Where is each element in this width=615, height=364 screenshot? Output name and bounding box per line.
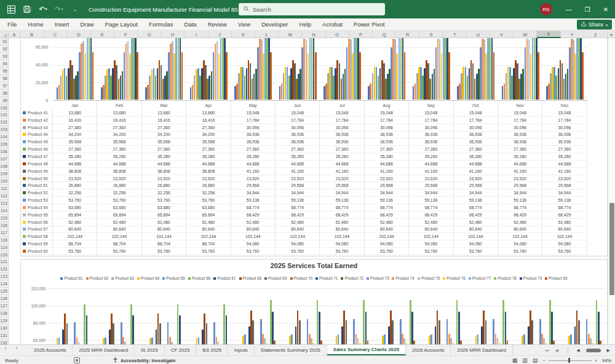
column-header-H[interactable]: H <box>161 31 184 38</box>
restore-button[interactable]: ❐ <box>578 0 597 18</box>
row-header-93[interactable]: 93 <box>0 53 9 60</box>
row-header-132[interactable]: 132 <box>0 339 9 344</box>
tab-options-icon[interactable]: ⋮ <box>565 348 570 354</box>
column-header-M[interactable]: M <box>279 31 302 38</box>
column-header-Z[interactable]: Z <box>584 31 608 38</box>
close-button[interactable]: ✕ <box>597 0 615 18</box>
column-header-P[interactable]: P <box>349 31 373 38</box>
column-header-K[interactable]: K <box>232 31 255 38</box>
row-header-114[interactable]: 114 <box>0 207 9 215</box>
column-header-D[interactable]: D <box>67 31 90 38</box>
column-header-V[interactable]: V <box>490 31 514 38</box>
row-header-97[interactable]: 97 <box>0 82 9 90</box>
row-header-94[interactable]: 94 <box>0 60 9 68</box>
row-header-131[interactable]: 131 <box>0 332 9 339</box>
column-header-E[interactable]: E <box>91 31 114 38</box>
row-header-120[interactable]: 120 <box>0 251 9 259</box>
chart-services-earned-products-41-60[interactable]: 020,00040,00060,000 JanFebMarAprMayJunJu… <box>20 38 608 256</box>
row-header-96[interactable]: 96 <box>0 75 9 82</box>
row-header-109[interactable]: 109 <box>0 170 9 178</box>
row-header-100[interactable]: 100 <box>0 105 9 112</box>
ribbon-tab-help[interactable]: Help <box>294 18 317 31</box>
row-header-104[interactable]: 104 <box>0 133 9 141</box>
row-header-91[interactable]: 91 <box>0 38 9 46</box>
row-header-128[interactable]: 128 <box>0 310 9 317</box>
column-header-W[interactable]: W <box>514 31 537 38</box>
account-avatar[interactable]: RS <box>540 3 552 15</box>
sheet-tab-is-2025[interactable]: IS 2025 <box>135 345 165 355</box>
sheet-tab-cf-2025[interactable]: CF 2025 <box>165 345 197 355</box>
customize-qat-icon[interactable]: ⌄ <box>70 4 80 14</box>
undo-icon[interactable]: ↶▾ <box>38 4 48 14</box>
column-header-O[interactable]: O <box>326 31 349 38</box>
chart-2025-services-total-earned[interactable]: 2025 Services Total Earned Product 61Pro… <box>20 259 608 344</box>
column-header-T[interactable]: T <box>443 31 467 38</box>
row-header-95[interactable]: 95 <box>0 68 9 75</box>
sheet-tab-sales-summary-charts-2025[interactable]: Sales Summary Charts 2025 <box>327 345 406 355</box>
column-header-J[interactable]: J <box>208 31 232 38</box>
row-header-117[interactable]: 117 <box>0 229 9 237</box>
row-header-130[interactable]: 130 <box>0 325 9 332</box>
sheet-tab-2025-mrr-dashboard[interactable]: 2025 MRR Dashboard <box>73 345 135 355</box>
zoom-in-icon[interactable]: + <box>595 358 597 363</box>
row-header-127[interactable]: 127 <box>0 303 9 310</box>
save-icon[interactable] <box>22 4 32 14</box>
row-header-107[interactable]: 107 <box>0 156 9 163</box>
hscroll-right-icon[interactable]: ▶ <box>607 348 610 353</box>
ribbon-tab-review[interactable]: Review <box>202 18 232 31</box>
column-header-X[interactable]: X <box>537 31 560 38</box>
row-header-124[interactable]: 124 <box>0 280 9 288</box>
column-header-N[interactable]: N <box>302 31 325 38</box>
ribbon-tab-home[interactable]: Home <box>22 18 49 31</box>
ribbon-tab-file[interactable]: File <box>2 18 22 31</box>
column-header-C[interactable]: C <box>44 31 67 38</box>
normal-view-icon[interactable]: ▦ <box>512 357 518 363</box>
sheet-tab-statements-summary-2025[interactable]: Statements Summary 2025 <box>255 345 327 355</box>
sheet-tab-2025-accounts[interactable]: 2025 Accounts <box>28 345 73 355</box>
row-header-108[interactable]: 108 <box>0 163 9 170</box>
ribbon-tab-developer[interactable]: Developer <box>256 18 293 31</box>
row-header-123[interactable]: 123 <box>0 273 9 280</box>
excel-app-icon[interactable] <box>6 4 16 14</box>
zoom-level[interactable]: 94% <box>602 358 611 363</box>
row-header-129[interactable]: 129 <box>0 317 9 325</box>
column-header-F[interactable]: F <box>114 31 138 38</box>
column-header-Y[interactable]: Y <box>561 31 584 38</box>
sheet-tab-inputs[interactable]: Inputs <box>228 345 255 355</box>
search-input[interactable]: Search <box>239 3 385 15</box>
ribbon-tab-draw[interactable]: Draw <box>74 18 99 31</box>
ribbon-tab-page-layout[interactable]: Page Layout <box>100 18 143 31</box>
more-sheets-button[interactable]: ••• <box>545 349 549 352</box>
row-header-126[interactable]: 126 <box>0 295 9 303</box>
row-header-101[interactable]: 101 <box>0 112 9 119</box>
ribbon-tab-acrobat[interactable]: Acrobat <box>317 18 348 31</box>
sheet-tab-bs-2025[interactable]: BS 2025 <box>196 345 228 355</box>
row-header-121[interactable]: 121 <box>0 259 9 266</box>
select-all-corner[interactable] <box>0 31 9 38</box>
row-header-111[interactable]: 111 <box>0 185 9 192</box>
sheet-nav-left-icon[interactable]: ‹ <box>0 345 11 351</box>
column-header-A[interactable]: A <box>9 31 20 38</box>
column-header-U[interactable]: U <box>467 31 490 38</box>
minimize-button[interactable]: — <box>560 0 578 18</box>
hscroll-left-icon[interactable]: ◀ <box>576 348 579 353</box>
column-header-Q[interactable]: Q <box>373 31 396 38</box>
row-header-125[interactable]: 125 <box>0 288 9 295</box>
ribbon-tab-insert[interactable]: Insert <box>49 18 75 31</box>
sheet-tab-2026-mrr-dashboard[interactable]: 2026 MRR Dashboard <box>451 345 513 355</box>
row-header-105[interactable]: 105 <box>0 141 9 148</box>
ribbon-tab-formulas[interactable]: Formulas <box>143 18 179 31</box>
column-header-I[interactable]: I <box>184 31 208 38</box>
row-header-103[interactable]: 103 <box>0 126 9 133</box>
page-layout-view-icon[interactable]: ▥ <box>522 357 528 363</box>
row-header-99[interactable]: 99 <box>0 97 9 105</box>
column-header-L[interactable]: L <box>255 31 279 38</box>
row-header-106[interactable]: 106 <box>0 148 9 156</box>
zoom-slider[interactable]: − + <box>542 358 597 363</box>
redo-icon[interactable]: ↷▾ <box>54 4 64 14</box>
new-sheet-button[interactable]: + <box>555 347 559 354</box>
row-header-119[interactable]: 119 <box>0 244 9 251</box>
row-header-110[interactable]: 110 <box>0 178 9 185</box>
ribbon-tab-data[interactable]: Data <box>179 18 202 31</box>
column-header-G[interactable]: G <box>138 31 161 38</box>
